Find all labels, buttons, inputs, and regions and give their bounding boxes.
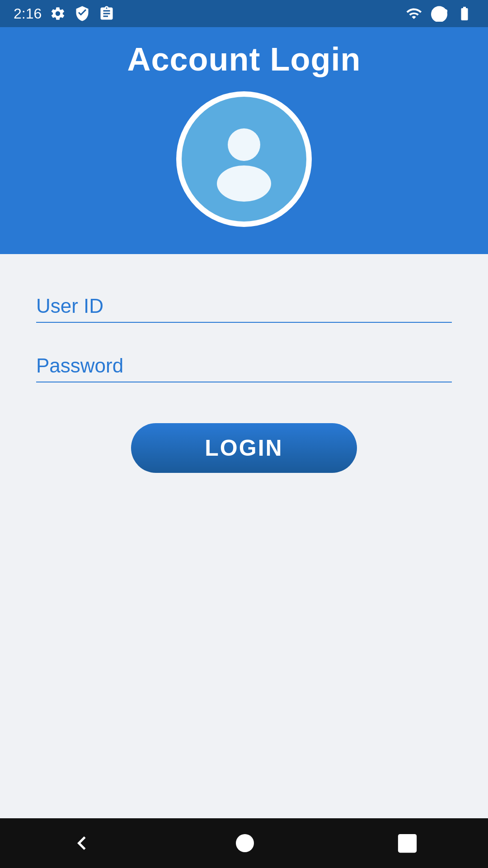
home-icon: [231, 830, 258, 857]
gear-icon: [50, 5, 66, 22]
back-icon: [68, 830, 95, 857]
login-button[interactable]: LOGIN: [131, 423, 357, 473]
status-bar: 2:16: [0, 0, 488, 27]
bottom-nav-bar: [0, 818, 488, 868]
recents-icon: [395, 831, 420, 856]
password-input[interactable]: [36, 350, 452, 382]
signal-icon: [431, 5, 447, 22]
page-title: Account Login: [127, 41, 361, 78]
clipboard-icon: [99, 5, 115, 22]
svg-point-2: [236, 834, 254, 852]
user-avatar-icon: [199, 113, 289, 205]
svg-point-0: [228, 128, 260, 161]
shield-icon: [74, 5, 90, 22]
svg-rect-3: [398, 834, 417, 852]
back-button[interactable]: [68, 830, 95, 857]
password-group: [36, 350, 452, 382]
status-bar-left: 2:16: [14, 5, 115, 22]
status-bar-right: [404, 5, 474, 22]
wifi-icon: [404, 5, 424, 22]
userid-group: [36, 290, 452, 323]
battery-icon: [455, 5, 474, 22]
home-button[interactable]: [231, 830, 258, 857]
form-section: LOGIN: [0, 254, 488, 818]
header-section: Account Login: [0, 27, 488, 254]
avatar-container: [176, 91, 312, 227]
recents-button[interactable]: [395, 831, 420, 856]
status-time: 2:16: [14, 5, 42, 22]
userid-input[interactable]: [36, 290, 452, 323]
avatar-inner: [182, 97, 306, 222]
svg-point-1: [217, 165, 271, 202]
